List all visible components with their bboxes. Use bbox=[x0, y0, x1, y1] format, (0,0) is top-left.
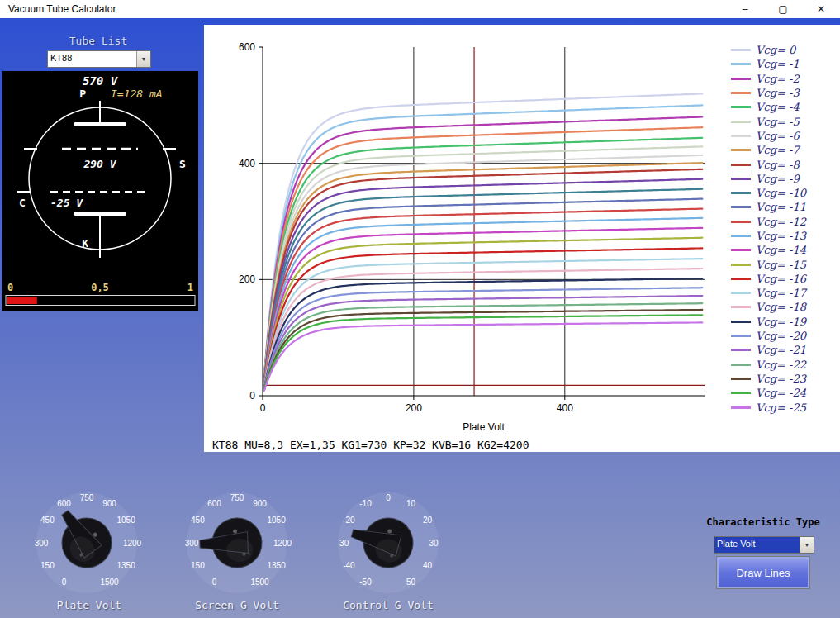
tube-parameters-text: KT88 MU=8,3 EX=1,35 KG1=730 KP=32 KVB=16… bbox=[212, 439, 529, 451]
screen-voltage-readout: 290 V bbox=[83, 158, 116, 170]
legend-line-sample bbox=[731, 164, 751, 166]
series-curve bbox=[264, 278, 703, 387]
close-icon[interactable]: ✕ bbox=[802, 0, 840, 18]
knob-scale-label: 600 bbox=[57, 499, 71, 508]
legend-line-sample bbox=[731, 249, 751, 251]
legend-label: Vcg= -6 bbox=[756, 130, 800, 142]
knob-scale-label: -40 bbox=[343, 561, 355, 570]
knob-scale-label: 300 bbox=[185, 539, 199, 548]
plate-volt-knob-dial[interactable]: 01503004506007509001050120013501500 bbox=[25, 481, 149, 605]
legend-entry: Vcg= -4 bbox=[731, 100, 838, 114]
legend-entry: Vcg= -2 bbox=[731, 72, 838, 86]
legend-entry: Vcg= -17 bbox=[731, 286, 838, 300]
legend-label: Vcg= -4 bbox=[756, 101, 800, 113]
legend-label: Vcg= -22 bbox=[756, 359, 806, 371]
legend-line-sample bbox=[731, 406, 751, 409]
legend-label: Vcg= -23 bbox=[756, 373, 806, 385]
knob-scale-label: 0 bbox=[386, 493, 391, 502]
dropdown-arrow-icon[interactable]: ▼ bbox=[800, 537, 814, 553]
legend-label: Vcg= -24 bbox=[756, 387, 806, 399]
legend-entry: Vcg= -21 bbox=[731, 343, 838, 357]
window-controls: – ▢ ✕ bbox=[726, 0, 840, 18]
knob-scale-label: -30 bbox=[337, 539, 349, 548]
legend-entry: Vcg= -11 bbox=[731, 200, 838, 214]
minimize-icon[interactable]: – bbox=[726, 0, 764, 18]
series-curve bbox=[264, 117, 703, 378]
axis-tick-label: 200 bbox=[406, 402, 422, 414]
legend-entry: Vcg= -14 bbox=[731, 243, 838, 257]
legend-entry: Vcg= -23 bbox=[731, 372, 838, 386]
plate-current-readout: I=128 mA bbox=[111, 88, 163, 100]
maximize-icon[interactable]: ▢ bbox=[764, 0, 802, 18]
legend-label: Vcg= -21 bbox=[756, 344, 806, 356]
legend-line-sample bbox=[731, 292, 751, 294]
knob-scale-label: 1350 bbox=[116, 561, 135, 570]
axis-tick-label: 0 bbox=[249, 390, 255, 402]
screen-g-volt-knob-dial[interactable]: 01503004506007509001050120013501500 bbox=[175, 481, 299, 605]
legend-label: Vcg= 0 bbox=[756, 44, 795, 56]
tube-list-dropdown[interactable]: KT88 ▼ bbox=[47, 50, 151, 68]
tube-schematic-panel: 570 V P I=128 mA 290 V S C -25 V K 0 0,5… bbox=[2, 71, 198, 311]
knob-scale-label: 1200 bbox=[273, 539, 292, 548]
legend-line-sample bbox=[731, 392, 751, 394]
plate-electrode bbox=[74, 122, 126, 126]
legend-line-sample bbox=[731, 106, 751, 108]
knob-scale-label: 20 bbox=[423, 516, 433, 525]
legend-entry: Vcg= -25 bbox=[731, 400, 838, 414]
legend-entry: Vcg= -12 bbox=[731, 215, 838, 229]
tube-list-label: Tube List bbox=[32, 35, 164, 47]
legend-entry: Vcg= -19 bbox=[731, 315, 838, 329]
legend-entry: Vcg= -8 bbox=[731, 157, 838, 171]
legend-label: Vcg= -19 bbox=[756, 316, 806, 328]
legend-entry: Vcg= -1 bbox=[731, 57, 838, 71]
legend-entry: Vcg= -13 bbox=[731, 229, 838, 243]
knob-scale-label: 1200 bbox=[123, 539, 142, 548]
control-g-volt-knob-dial[interactable]: -50-40-30-20-1001020304050 bbox=[326, 481, 450, 605]
knob-scale-label: 30 bbox=[429, 539, 439, 548]
dropdown-arrow-icon[interactable]: ▼ bbox=[136, 51, 150, 67]
screen-g-volt-knob[interactable]: 01503004506007509001050120013501500 bbox=[175, 481, 299, 605]
series-curve bbox=[264, 189, 703, 382]
knob-scale-label: 1500 bbox=[100, 578, 119, 587]
tube-list-value: KT88 bbox=[48, 51, 136, 67]
cathode-pin-label: K bbox=[82, 237, 88, 250]
legend-label: Vcg= -11 bbox=[756, 201, 806, 213]
legend-entry: Vcg= -24 bbox=[731, 386, 838, 400]
meter-fill-bar bbox=[7, 297, 37, 304]
legend-line-sample bbox=[731, 121, 751, 123]
legend-label: Vcg= -14 bbox=[756, 244, 806, 256]
legend-entry: Vcg= -16 bbox=[731, 272, 838, 286]
app-window: Vacuum Tube Calculator – ▢ ✕ Tube List K… bbox=[0, 0, 840, 618]
knob-scale-label: 1500 bbox=[250, 578, 269, 587]
legend-label: Vcg= -7 bbox=[756, 144, 800, 156]
knob-scale-label: 900 bbox=[102, 499, 116, 508]
legend-entry: Vcg= -18 bbox=[731, 300, 838, 314]
plate-voltage-readout: 570 V bbox=[83, 74, 119, 88]
screen-pin-label: S bbox=[179, 158, 186, 170]
legend-line-sample bbox=[731, 306, 751, 308]
knob-scale-label: 150 bbox=[191, 561, 205, 570]
plate-volt-knob-caption: Plate Volt bbox=[23, 599, 155, 611]
meter-mid-label: 0,5 bbox=[91, 282, 109, 293]
knob-scale-label: 600 bbox=[207, 499, 221, 508]
legend-line-sample bbox=[731, 149, 751, 151]
legend-label: Vcg= -17 bbox=[756, 287, 806, 299]
characteristic-type-dropdown[interactable]: Plate Volt ▼ bbox=[714, 536, 814, 554]
legend-label: Vcg= -18 bbox=[756, 301, 806, 313]
legend-line-sample bbox=[731, 264, 751, 266]
legend-entry: Vcg= -20 bbox=[731, 329, 838, 343]
legend-label: Vcg= -20 bbox=[756, 330, 806, 342]
tube-schematic: 570 V P I=128 mA 290 V S C -25 V K 0 0,5… bbox=[2, 71, 198, 311]
plate-pin-label: P bbox=[79, 88, 86, 100]
legend-entry: Vcg= -10 bbox=[731, 186, 838, 200]
legend-line-sample bbox=[731, 321, 751, 323]
control-g-volt-knob-caption: Control G Volt bbox=[322, 599, 454, 611]
control-g-volt-knob[interactable]: -50-40-30-20-1001020304050 bbox=[326, 481, 450, 605]
draw-lines-button[interactable]: Draw Lines bbox=[716, 556, 810, 589]
plate-volt-knob[interactable]: 01503004506007509001050120013501500 bbox=[25, 481, 149, 605]
meter-min-label: 0 bbox=[7, 282, 13, 293]
grid-pin-label: C bbox=[19, 197, 26, 209]
legend-label: Vcg= -3 bbox=[756, 87, 800, 99]
legend-line-sample bbox=[731, 349, 751, 351]
legend-line-sample bbox=[731, 178, 751, 180]
